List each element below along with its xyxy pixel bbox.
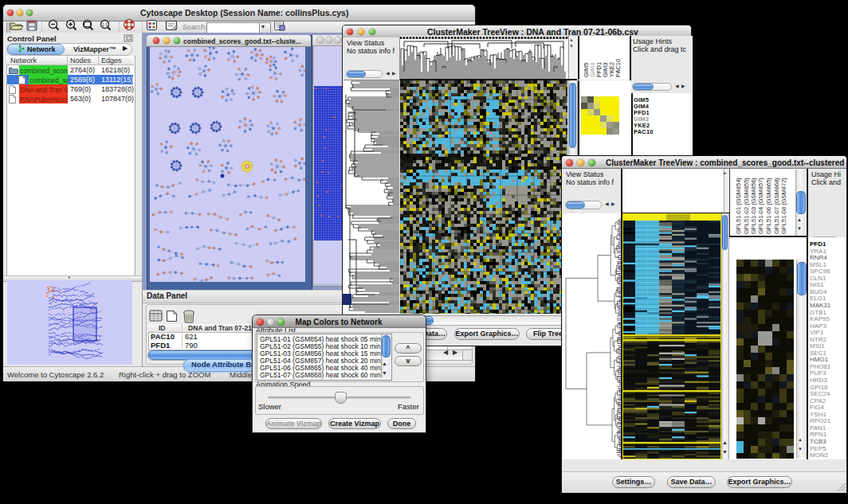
svg-text:1:1: 1:1 [102, 22, 108, 27]
